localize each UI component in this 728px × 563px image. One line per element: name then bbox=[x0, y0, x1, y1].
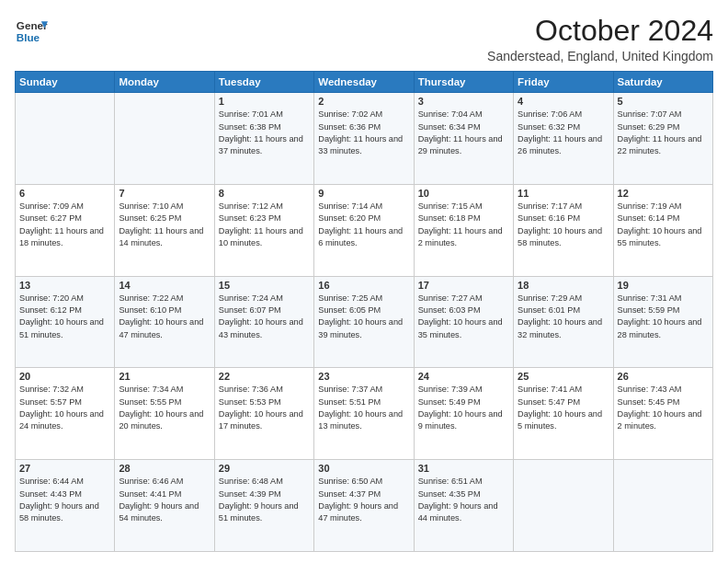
day-number: 15 bbox=[219, 280, 310, 291]
day-number: 14 bbox=[119, 280, 210, 291]
day-number: 18 bbox=[518, 280, 609, 291]
day-info: Sunrise: 7:02 AMSunset: 6:36 PMDaylight:… bbox=[318, 109, 409, 157]
day-info: Sunrise: 6:50 AMSunset: 4:37 PMDaylight:… bbox=[318, 476, 409, 524]
day-number: 25 bbox=[518, 371, 609, 382]
col-friday: Friday bbox=[514, 72, 613, 93]
header: General Blue October 2024 Sanderstead, E… bbox=[15, 15, 713, 63]
day-info: Sunrise: 7:31 AMSunset: 5:59 PMDaylight:… bbox=[618, 293, 709, 341]
day-info: Sunrise: 7:43 AMSunset: 5:45 PMDaylight:… bbox=[618, 384, 709, 432]
day-number: 17 bbox=[418, 280, 509, 291]
day-info: Sunrise: 7:19 AMSunset: 6:14 PMDaylight:… bbox=[618, 201, 709, 249]
day-number: 8 bbox=[219, 188, 310, 199]
day-number: 24 bbox=[418, 371, 509, 382]
calendar-cell: 5Sunrise: 7:07 AMSunset: 6:29 PMDaylight… bbox=[613, 93, 712, 185]
day-info: Sunrise: 7:15 AMSunset: 6:18 PMDaylight:… bbox=[418, 201, 509, 249]
calendar-cell: 21Sunrise: 7:34 AMSunset: 5:55 PMDayligh… bbox=[115, 368, 214, 460]
day-info: Sunrise: 7:20 AMSunset: 6:12 PMDaylight:… bbox=[19, 293, 110, 341]
calendar-cell: 16Sunrise: 7:25 AMSunset: 6:05 PMDayligh… bbox=[314, 276, 414, 368]
calendar-week-2: 6Sunrise: 7:09 AMSunset: 6:27 PMDaylight… bbox=[16, 184, 713, 276]
calendar-cell: 10Sunrise: 7:15 AMSunset: 6:18 PMDayligh… bbox=[414, 184, 513, 276]
day-number: 12 bbox=[618, 188, 709, 199]
col-wednesday: Wednesday bbox=[314, 72, 414, 93]
day-info: Sunrise: 7:06 AMSunset: 6:32 PMDaylight:… bbox=[518, 109, 609, 157]
calendar-cell bbox=[514, 460, 613, 552]
month-title: October 2024 bbox=[487, 15, 713, 47]
day-info: Sunrise: 7:32 AMSunset: 5:57 PMDaylight:… bbox=[19, 384, 110, 432]
day-number: 31 bbox=[418, 463, 509, 474]
location: Sanderstead, England, United Kingdom bbox=[487, 49, 713, 63]
day-info: Sunrise: 7:24 AMSunset: 6:07 PMDaylight:… bbox=[219, 293, 310, 341]
day-number: 27 bbox=[19, 463, 110, 474]
calendar-cell: 27Sunrise: 6:44 AMSunset: 4:43 PMDayligh… bbox=[16, 460, 115, 552]
calendar-cell: 30Sunrise: 6:50 AMSunset: 4:37 PMDayligh… bbox=[314, 460, 414, 552]
col-tuesday: Tuesday bbox=[214, 72, 313, 93]
calendar-cell: 31Sunrise: 6:51 AMSunset: 4:35 PMDayligh… bbox=[414, 460, 513, 552]
day-number: 3 bbox=[418, 96, 509, 107]
col-thursday: Thursday bbox=[414, 72, 513, 93]
day-info: Sunrise: 7:29 AMSunset: 6:01 PMDaylight:… bbox=[518, 293, 609, 341]
day-number: 29 bbox=[219, 463, 310, 474]
day-number: 9 bbox=[318, 188, 409, 199]
logo-icon: General Blue bbox=[15, 15, 48, 48]
calendar-cell: 28Sunrise: 6:46 AMSunset: 4:41 PMDayligh… bbox=[115, 460, 214, 552]
calendar-cell: 25Sunrise: 7:41 AMSunset: 5:47 PMDayligh… bbox=[514, 368, 613, 460]
day-number: 13 bbox=[19, 280, 110, 291]
svg-text:General: General bbox=[17, 19, 48, 31]
page: General Blue October 2024 Sanderstead, E… bbox=[0, 0, 728, 563]
day-info: Sunrise: 6:51 AMSunset: 4:35 PMDaylight:… bbox=[418, 476, 509, 524]
day-info: Sunrise: 7:14 AMSunset: 6:20 PMDaylight:… bbox=[318, 201, 409, 249]
day-info: Sunrise: 6:44 AMSunset: 4:43 PMDaylight:… bbox=[19, 476, 110, 524]
day-info: Sunrise: 7:37 AMSunset: 5:51 PMDaylight:… bbox=[318, 384, 409, 432]
day-number: 6 bbox=[19, 188, 110, 199]
calendar-cell: 29Sunrise: 6:48 AMSunset: 4:39 PMDayligh… bbox=[214, 460, 313, 552]
calendar-week-1: 1Sunrise: 7:01 AMSunset: 6:38 PMDaylight… bbox=[16, 93, 713, 185]
day-number: 20 bbox=[19, 371, 110, 382]
day-number: 28 bbox=[119, 463, 210, 474]
day-info: Sunrise: 6:48 AMSunset: 4:39 PMDaylight:… bbox=[219, 476, 310, 524]
calendar-cell bbox=[16, 93, 115, 185]
day-number: 11 bbox=[518, 188, 609, 199]
calendar-cell: 26Sunrise: 7:43 AMSunset: 5:45 PMDayligh… bbox=[613, 368, 712, 460]
calendar-table: Sunday Monday Tuesday Wednesday Thursday… bbox=[15, 71, 713, 552]
calendar-cell: 6Sunrise: 7:09 AMSunset: 6:27 PMDaylight… bbox=[16, 184, 115, 276]
day-info: Sunrise: 7:04 AMSunset: 6:34 PMDaylight:… bbox=[418, 109, 509, 157]
calendar-cell: 13Sunrise: 7:20 AMSunset: 6:12 PMDayligh… bbox=[16, 276, 115, 368]
calendar-cell: 17Sunrise: 7:27 AMSunset: 6:03 PMDayligh… bbox=[414, 276, 513, 368]
col-saturday: Saturday bbox=[613, 72, 712, 93]
calendar-week-5: 27Sunrise: 6:44 AMSunset: 4:43 PMDayligh… bbox=[16, 460, 713, 552]
day-number: 23 bbox=[318, 371, 409, 382]
calendar-header-row: Sunday Monday Tuesday Wednesday Thursday… bbox=[16, 72, 713, 93]
calendar-week-4: 20Sunrise: 7:32 AMSunset: 5:57 PMDayligh… bbox=[16, 368, 713, 460]
title-block: October 2024 Sanderstead, England, Unite… bbox=[487, 15, 713, 63]
calendar-cell: 1Sunrise: 7:01 AMSunset: 6:38 PMDaylight… bbox=[214, 93, 313, 185]
calendar-cell bbox=[613, 460, 712, 552]
calendar-cell: 2Sunrise: 7:02 AMSunset: 6:36 PMDaylight… bbox=[314, 93, 414, 185]
calendar-cell bbox=[115, 93, 214, 185]
calendar-week-3: 13Sunrise: 7:20 AMSunset: 6:12 PMDayligh… bbox=[16, 276, 713, 368]
logo: General Blue bbox=[15, 15, 48, 48]
day-info: Sunrise: 7:12 AMSunset: 6:23 PMDaylight:… bbox=[219, 201, 310, 249]
calendar-cell: 20Sunrise: 7:32 AMSunset: 5:57 PMDayligh… bbox=[16, 368, 115, 460]
day-number: 1 bbox=[219, 96, 310, 107]
day-number: 19 bbox=[618, 280, 709, 291]
calendar-cell: 8Sunrise: 7:12 AMSunset: 6:23 PMDaylight… bbox=[214, 184, 313, 276]
day-number: 7 bbox=[119, 188, 210, 199]
day-info: Sunrise: 7:41 AMSunset: 5:47 PMDaylight:… bbox=[518, 384, 609, 432]
calendar-cell: 12Sunrise: 7:19 AMSunset: 6:14 PMDayligh… bbox=[613, 184, 712, 276]
day-info: Sunrise: 7:22 AMSunset: 6:10 PMDaylight:… bbox=[119, 293, 210, 341]
calendar-cell: 23Sunrise: 7:37 AMSunset: 5:51 PMDayligh… bbox=[314, 368, 414, 460]
calendar-cell: 15Sunrise: 7:24 AMSunset: 6:07 PMDayligh… bbox=[214, 276, 313, 368]
day-number: 5 bbox=[618, 96, 709, 107]
calendar-cell: 22Sunrise: 7:36 AMSunset: 5:53 PMDayligh… bbox=[214, 368, 313, 460]
day-info: Sunrise: 7:25 AMSunset: 6:05 PMDaylight:… bbox=[318, 293, 409, 341]
col-monday: Monday bbox=[115, 72, 214, 93]
day-info: Sunrise: 6:46 AMSunset: 4:41 PMDaylight:… bbox=[119, 476, 210, 524]
calendar-cell: 19Sunrise: 7:31 AMSunset: 5:59 PMDayligh… bbox=[613, 276, 712, 368]
svg-text:Blue: Blue bbox=[17, 31, 40, 43]
day-number: 2 bbox=[318, 96, 409, 107]
day-number: 21 bbox=[119, 371, 210, 382]
calendar-cell: 4Sunrise: 7:06 AMSunset: 6:32 PMDaylight… bbox=[514, 93, 613, 185]
day-number: 4 bbox=[518, 96, 609, 107]
day-number: 10 bbox=[418, 188, 509, 199]
day-info: Sunrise: 7:34 AMSunset: 5:55 PMDaylight:… bbox=[119, 384, 210, 432]
